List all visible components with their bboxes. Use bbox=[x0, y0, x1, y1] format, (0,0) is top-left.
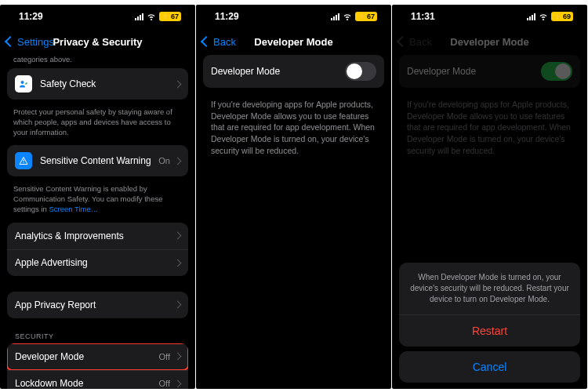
devmode-toggle-group: Developer Mode bbox=[399, 55, 580, 88]
wifi-icon bbox=[343, 12, 352, 21]
status-time: 11:29 bbox=[215, 11, 239, 22]
nav-bar: Back Developer Mode bbox=[392, 28, 587, 55]
back-label: Back bbox=[409, 36, 432, 48]
advertising-label: Apple Advertising bbox=[15, 257, 175, 268]
back-label: Back bbox=[213, 36, 236, 48]
content-scroll[interactable]: categories above. Safety Check Protect y… bbox=[0, 55, 195, 389]
chevron-left-icon bbox=[397, 36, 408, 47]
restart-action-sheet: When Developer Mode is turned on, your d… bbox=[399, 263, 580, 383]
safety-check-icon bbox=[15, 75, 32, 93]
chevron-right-icon bbox=[174, 353, 182, 361]
developer-mode-row[interactable]: Developer Mode Off bbox=[7, 343, 188, 370]
content: Developer Mode If you're developing apps… bbox=[196, 55, 391, 389]
chevron-right-icon bbox=[174, 232, 182, 240]
status-indicators: ⚡67 bbox=[331, 12, 377, 21]
scw-label: Sensitive Content Warning bbox=[40, 155, 158, 166]
back-button[interactable]: Back bbox=[202, 36, 236, 48]
screen-developer-mode-on-sheet: 11:31 ⚡69 Back Developer Mode Developer … bbox=[392, 5, 587, 389]
nav-bar: Back Developer Mode bbox=[196, 28, 391, 55]
security-section-header: SECURITY bbox=[7, 323, 188, 343]
sensitive-content-warning-row[interactable]: Sensitive Content Warning On bbox=[7, 145, 188, 176]
back-button: Back bbox=[398, 36, 432, 48]
analytics-label: Analytics & Improvements bbox=[15, 230, 175, 241]
developer-mode-toggle-row: Developer Mode bbox=[203, 55, 384, 88]
status-bar: 11:29 ⚡67 bbox=[0, 5, 195, 28]
developer-mode-toggle[interactable] bbox=[345, 62, 376, 81]
wifi-icon bbox=[539, 12, 548, 21]
analytics-group: Analytics & Improvements Apple Advertisi… bbox=[7, 223, 188, 276]
safety-check-group: Safety Check bbox=[7, 68, 188, 100]
back-label: Settings bbox=[17, 36, 54, 48]
chevron-right-icon bbox=[174, 379, 182, 387]
analytics-row[interactable]: Analytics & Improvements bbox=[7, 223, 188, 249]
scw-value: On bbox=[158, 156, 170, 165]
developer-mode-description: If you're developing apps for Apple prod… bbox=[203, 93, 384, 162]
cellular-signal-icon bbox=[135, 13, 143, 20]
status-indicators: ⚡67 bbox=[135, 12, 181, 21]
sheet-message: When Developer Mode is turned on, your d… bbox=[399, 263, 580, 314]
truncated-text: categories above. bbox=[7, 55, 188, 68]
chevron-right-icon bbox=[174, 80, 182, 88]
screen-developer-mode-off: 11:29 ⚡67 Back Developer Mode Developer … bbox=[196, 5, 391, 389]
cellular-signal-icon bbox=[331, 13, 339, 20]
developer-mode-toggle-label: Developer Mode bbox=[407, 66, 541, 77]
lockdown-mode-row[interactable]: Lockdown Mode Off bbox=[7, 370, 188, 389]
battery-icon: ⚡69 bbox=[551, 12, 573, 21]
status-bar: 11:31 ⚡69 bbox=[392, 5, 587, 28]
safety-check-footnote: Protect your personal safety by staying … bbox=[7, 104, 188, 145]
status-time: 11:29 bbox=[19, 11, 43, 22]
chevron-left-icon bbox=[5, 36, 16, 47]
developer-mode-toggle-label: Developer Mode bbox=[211, 66, 345, 77]
scw-group: Sensitive Content Warning On bbox=[7, 145, 188, 176]
battery-icon: ⚡67 bbox=[159, 12, 181, 21]
restart-button[interactable]: Restart bbox=[399, 314, 580, 347]
nav-bar: Settings Privacy & Security bbox=[0, 28, 195, 55]
svg-point-0 bbox=[21, 81, 24, 84]
scw-icon bbox=[15, 152, 32, 169]
advertising-row[interactable]: Apple Advertising bbox=[7, 249, 188, 276]
chevron-right-icon bbox=[174, 157, 182, 165]
chevron-right-icon bbox=[174, 301, 182, 309]
scw-footnote: Sensitive Content Warning is enabled by … bbox=[7, 181, 188, 222]
screen-time-link[interactable]: Screen Time… bbox=[49, 205, 98, 213]
cellular-signal-icon bbox=[527, 13, 535, 20]
wifi-icon bbox=[147, 12, 156, 21]
security-group: Developer Mode Off Lockdown Mode Off bbox=[7, 343, 188, 389]
status-bar: 11:29 ⚡67 bbox=[196, 5, 391, 28]
battery-icon: ⚡67 bbox=[355, 12, 377, 21]
lockdown-mode-value: Off bbox=[159, 379, 170, 388]
status-indicators: ⚡69 bbox=[527, 12, 573, 21]
lockdown-mode-label: Lockdown Mode bbox=[15, 378, 159, 389]
chevron-left-icon bbox=[201, 36, 212, 47]
app-privacy-group: App Privacy Report bbox=[7, 292, 188, 318]
safety-check-label: Safety Check bbox=[40, 78, 175, 89]
screen-privacy-security: 11:29 ⚡67 Settings Privacy & Security ca… bbox=[0, 5, 195, 389]
developer-mode-toggle-row: Developer Mode bbox=[399, 55, 580, 88]
app-privacy-report-row[interactable]: App Privacy Report bbox=[7, 292, 188, 318]
status-time: 11:31 bbox=[411, 11, 435, 22]
developer-mode-label: Developer Mode bbox=[15, 351, 159, 362]
app-privacy-label: App Privacy Report bbox=[15, 299, 175, 310]
back-button[interactable]: Settings bbox=[6, 36, 54, 48]
chevron-right-icon bbox=[174, 259, 182, 267]
devmode-toggle-group: Developer Mode bbox=[203, 55, 384, 88]
safety-check-row[interactable]: Safety Check bbox=[7, 68, 188, 100]
developer-mode-value: Off bbox=[159, 352, 170, 361]
developer-mode-description: If you're developing apps for Apple prod… bbox=[399, 93, 580, 162]
cancel-button[interactable]: Cancel bbox=[399, 351, 580, 383]
developer-mode-toggle bbox=[541, 62, 572, 81]
